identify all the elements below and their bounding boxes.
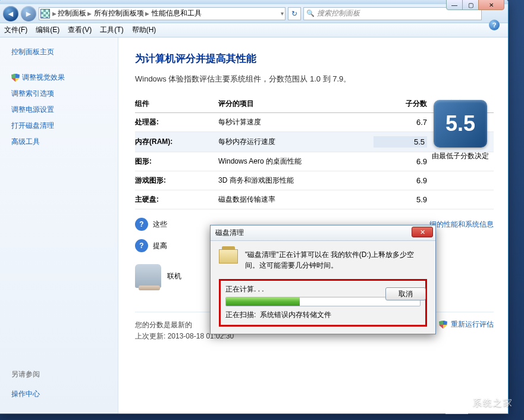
shield-icon <box>439 321 447 329</box>
breadcrumb-arrow-icon[interactable]: ▶ <box>52 11 57 17</box>
see-also-header: 另请参阅 <box>11 369 118 380</box>
refresh-button[interactable]: ↻ <box>288 7 301 20</box>
help-icon[interactable]: ? <box>489 20 500 30</box>
menu-file[interactable]: 文件(F) <box>4 25 27 35</box>
rerun-assessment-link[interactable]: 重新运行评估 <box>439 319 494 330</box>
sidebar-item-visual-effects[interactable]: 调整视觉效果 <box>11 73 118 83</box>
menu-tools[interactable]: 工具(T) <box>100 25 123 35</box>
dialog-title-text: 磁盘清理 <box>215 228 244 238</box>
col-header-component: 组件 <box>135 99 218 109</box>
minimize-button[interactable]: — <box>446 0 463 10</box>
disk-cleanup-dialog: 磁盘清理 ✕ "磁盘清理"正在计算可以在 我的软件(D:)上释放多少空间。这可能… <box>210 225 436 334</box>
base-score-panel: 5.5 由最低子分数决定 <box>427 100 494 161</box>
sidebar: 控制面板主页 调整视觉效果 调整索引选项 调整电源设置 打开磁盘清理 高级工具 … <box>0 37 118 413</box>
menu-view[interactable]: 查看(V) <box>68 25 92 35</box>
col-header-subscore: 子分数 <box>374 99 427 109</box>
breadcrumb[interactable]: ▶ 控制面板▶ 所有控制面板项▶ 性能信息和工具 ▾ <box>39 7 285 20</box>
rating-row-disk: 主硬盘: 磁盘数据传输速率 5.9 <box>135 190 494 209</box>
navigation-bar: ◄ ► ▶ 控制面板▶ 所有控制面板项▶ 性能信息和工具 ▾ ↻ 🔍 搜索控制面… <box>0 4 508 23</box>
forward-button[interactable]: ► <box>21 6 36 21</box>
question-icon: ? <box>135 239 148 252</box>
detailed-info-link[interactable]: 细的性能和系统信息 <box>429 220 494 230</box>
drive-icon <box>219 249 238 264</box>
window-close-button[interactable]: ✕ <box>478 0 504 10</box>
page-title: 为计算机评分并提高其性能 <box>135 52 494 65</box>
menu-edit[interactable]: 编辑(E) <box>36 25 59 35</box>
sidebar-item-power[interactable]: 调整电源设置 <box>11 105 118 115</box>
rating-row-gaming: 游戏图形: 3D 商务和游戏图形性能 6.9 <box>135 171 494 190</box>
cancel-button[interactable]: 取消 <box>385 287 426 300</box>
search-placeholder: 搜索控制面板 <box>317 8 360 18</box>
control-panel-window: — ▢ ✕ ◄ ► ▶ 控制面板▶ 所有控制面板项▶ 性能信息和工具 ▾ ↻ 🔍… <box>0 0 509 414</box>
online-link[interactable]: 联机 <box>167 271 181 281</box>
dialog-message: "磁盘清理"正在计算可以在 我的软件(D:)上释放多少空间。这可能需要几分钟时间… <box>245 249 427 271</box>
software-icon <box>135 264 161 288</box>
progress-fill <box>226 297 300 306</box>
watermark-text: 系统之家 <box>473 397 513 409</box>
sidebar-item-advanced-tools[interactable]: 高级工具 <box>11 137 118 147</box>
shield-icon <box>11 74 20 82</box>
dialog-titlebar[interactable]: 磁盘清理 ✕ <box>211 225 435 241</box>
question-icon: ? <box>135 218 148 231</box>
breadcrumb-dropdown-icon[interactable]: ▾ <box>281 10 284 17</box>
sidebar-item-disk-cleanup[interactable]: 打开磁盘清理 <box>11 121 118 131</box>
control-panel-icon <box>40 9 50 18</box>
progress-section: 正在计算. . . 正在扫描: 系统错误内存转储文件 <box>219 279 427 327</box>
menu-help[interactable]: 帮助(H) <box>132 25 156 35</box>
base-score-badge: 5.5 <box>434 100 487 148</box>
scanning-label: 正在扫描: 系统错误内存转储文件 <box>225 310 421 320</box>
breadcrumb-seg-1[interactable]: 控制面板▶ <box>57 8 93 18</box>
watermark: 系统之家 <box>445 391 513 414</box>
breadcrumb-seg-2[interactable]: 所有控制面板项▶ <box>93 8 150 18</box>
sidebar-item-indexing[interactable]: 调整索引选项 <box>11 89 118 99</box>
search-icon: 🔍 <box>306 10 315 17</box>
menu-bar: 文件(F) 编辑(E) 查看(V) 工具(T) 帮助(H) <box>0 23 508 37</box>
watermark-logo-icon <box>445 391 468 414</box>
window-controls: — ▢ ✕ <box>447 0 504 10</box>
col-header-item: 评分的项目 <box>218 99 374 109</box>
page-subtitle: Windows 体验指数评估主要系统组件，分数范围从 1.0 到 7.9。 <box>135 74 494 84</box>
dialog-body: "磁盘清理"正在计算可以在 我的软件(D:)上释放多少空间。这可能需要几分钟时间… <box>211 241 435 334</box>
maximize-button[interactable]: ▢ <box>462 0 479 10</box>
sidebar-home-link[interactable]: 控制面板主页 <box>11 47 118 57</box>
back-button[interactable]: ◄ <box>3 6 18 21</box>
breadcrumb-seg-3[interactable]: 性能信息和工具 <box>150 8 203 18</box>
dialog-close-button[interactable]: ✕ <box>412 227 433 237</box>
window-titlebar[interactable] <box>0 0 508 4</box>
base-score-caption: 由最低子分数决定 <box>427 151 494 161</box>
see-also-action-center[interactable]: 操作中心 <box>11 389 118 399</box>
